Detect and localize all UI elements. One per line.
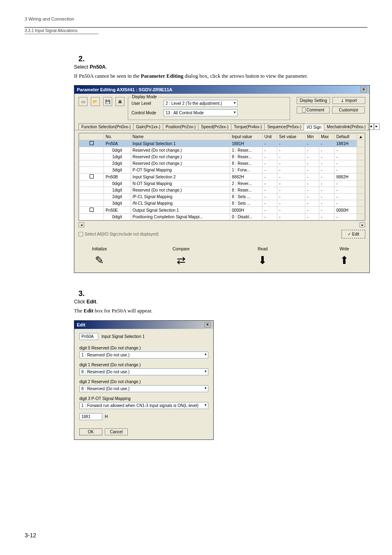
column-header[interactable]: Default <box>334 134 357 140</box>
table-row[interactable]: 0digitN-OT Signal Mapping2 : Rever...---… <box>79 180 365 187</box>
tabs: Function Selection(Pn0xx-)Gain(Pn1xx-)Po… <box>74 122 369 130</box>
tab-functionselectionpn0xx[interactable]: Function Selection(Pn0xx-) <box>78 123 134 130</box>
cell: - <box>263 147 277 154</box>
cell: Positioning Completion Signal Mappi... <box>131 214 230 220</box>
tab-speedpn3xx[interactable]: Speed(Pn3xx-) <box>198 123 231 130</box>
cell: 1digit <box>104 154 131 160</box>
cell: Pn50B <box>104 173 131 180</box>
tab-iosign[interactable]: I/O Sign <box>304 124 324 130</box>
digit-dropdown[interactable]: 1 : Forward run allowed when CN1-3 input… <box>79 402 208 409</box>
open-icon[interactable]: 📂 <box>91 97 100 106</box>
row-checkbox[interactable] <box>90 174 94 178</box>
table-row[interactable]: Pn50BInput Signal Selection 28882H----88… <box>79 173 365 180</box>
user-level-dropdown[interactable]: 2 : Level 2 (To the adjustment.) <box>164 100 238 107</box>
cell: - <box>277 194 305 200</box>
scroll-right-icon[interactable]: ▸ <box>360 222 365 227</box>
cell: - <box>263 187 277 194</box>
cell: - <box>305 160 319 167</box>
close-icon[interactable]: × <box>204 322 211 328</box>
table-row[interactable]: 3digitP-OT Signal Mapping1 : Forw...----… <box>79 167 365 173</box>
hex-value-field: 1881 <box>79 413 102 420</box>
cell: - <box>334 154 357 160</box>
table-row[interactable]: Pn50EOutput Signal Selection 10000H----0… <box>79 207 365 214</box>
cell: 1 : Forw... <box>230 167 263 173</box>
write-button[interactable]: ⬆ <box>336 254 353 267</box>
tab-scroll-right-icon[interactable]: ▸ <box>374 123 380 130</box>
cell: - <box>305 200 319 207</box>
table-row[interactable]: 2digitReserved (Do not change.)8 : Reser… <box>79 160 365 167</box>
cell: - <box>334 194 357 200</box>
column-header[interactable]: Min <box>305 134 319 140</box>
table-row[interactable]: 1digitReserved (Do not change.)8 : Reser… <box>79 154 365 160</box>
step-desc: The Edit box for Pn50A will appear. <box>74 307 353 314</box>
tab-torquepn4xx[interactable]: Torque(Pn4xx-) <box>231 123 265 130</box>
step-desc: If Pn50A cannot be seen in the Parameter… <box>74 72 353 80</box>
tab-gainpn1xx[interactable]: Gain(Pn1xx-) <box>133 123 163 130</box>
close-icon[interactable]: × <box>360 87 367 92</box>
parameter-editing-dialog: Parameter Editing AXIS#41 : SGDV-2R9E11A… <box>74 85 370 273</box>
chapter-heading: 3 Wiring and Connection <box>25 16 367 21</box>
digit-dropdown[interactable]: 8 : Reserved (Do not use.) <box>79 385 208 392</box>
scroll-left-icon[interactable]: ◂ <box>78 222 84 227</box>
select-all-label: Select All(I/O Sign:include not displaye… <box>85 232 159 236</box>
t: Comment <box>307 108 324 112</box>
digit-dropdown[interactable]: 8 : Reserved (Do not use.) <box>79 368 208 375</box>
read-button[interactable]: ⬇ <box>254 254 271 267</box>
cell: - <box>319 167 334 173</box>
column-header[interactable]: Max <box>319 134 334 140</box>
table-row[interactable]: 0digitPositioning Completion Signal Mapp… <box>79 214 365 220</box>
ok-button[interactable]: OK <box>79 428 102 435</box>
tab-positionpn2xx[interactable]: Position(Pn2xx-) <box>163 123 198 130</box>
edit-dialog: Edit × Pn50A Input Signal Selection 1 di… <box>74 320 214 440</box>
column-header[interactable]: Unit <box>263 134 277 140</box>
parameter-grid: No.NameInput valueUnitSet valueMinMaxDef… <box>78 133 365 221</box>
t: Edit <box>83 308 93 314</box>
column-header[interactable]: Name <box>131 134 230 140</box>
cell: - <box>334 180 357 187</box>
cell: 2digit <box>104 194 131 200</box>
table-row[interactable]: 0digitReserved (Do not change.)1 : Reser… <box>79 147 365 154</box>
scroll-up-icon[interactable]: ▲ <box>357 134 365 140</box>
display-setting-button[interactable]: Display Setting <box>297 97 330 104</box>
tab-mechatrolinkpn8xx[interactable]: Mechatrolink(Pn8xx-) <box>324 123 368 130</box>
column-header[interactable]: No. <box>104 134 131 140</box>
initialize-button[interactable]: ✎ <box>91 254 108 267</box>
table-row[interactable]: Pn50AInput Signal Selection 11881H----18… <box>79 140 365 147</box>
table-row[interactable]: 3digit/N-CL Signal Mapping8 : Sets ...--… <box>79 200 365 207</box>
cell: - <box>305 147 319 154</box>
import-icon: ⤓ <box>341 98 344 103</box>
row-checkbox[interactable] <box>90 141 94 145</box>
cell: - <box>319 173 334 180</box>
cell: 8 : Reser... <box>230 154 263 160</box>
table-row[interactable]: 1digitReserved (Do not change.)8 : Reser… <box>79 187 365 194</box>
tab-sequencepn5xx[interactable]: Sequence(Pn5xx-) <box>264 123 304 130</box>
print-icon[interactable]: 🖶 <box>115 97 125 106</box>
digit-dropdown[interactable]: 1 : Reserved (Do not use.) <box>79 352 208 358</box>
edit-button[interactable]: ✓ Edit <box>341 230 365 238</box>
column-header[interactable]: Input value <box>230 134 263 140</box>
t: Edit <box>87 299 97 305</box>
select-all-checkbox[interactable]: Select All(I/O Sign:include not displaye… <box>78 232 159 236</box>
titlebar: Parameter Editing AXIS#41 : SGDV-2R9E11A… <box>74 86 369 94</box>
import-button[interactable]: ⤓ Import <box>332 97 365 104</box>
save-icon[interactable]: 💾 <box>103 97 112 106</box>
cell: 3digit <box>104 200 131 207</box>
row-checkbox[interactable] <box>90 208 94 212</box>
compare-button[interactable]: ⇄ <box>173 254 190 267</box>
cell: 8 : Reser... <box>230 187 263 194</box>
cancel-button[interactable]: Cancel <box>105 428 128 435</box>
cell: 1881H <box>334 140 357 147</box>
new-icon[interactable]: ▭ <box>78 97 88 106</box>
cell: /N-CL Signal Mapping <box>131 200 230 207</box>
table-row[interactable]: 2digit/P-CL Signal Mapping8 : Sets ...--… <box>79 194 365 200</box>
comment-button[interactable]: Comment <box>297 106 330 113</box>
section-heading: 3.3.1 Input Signal Allocations <box>0 28 392 33</box>
param-no-field: Pn50A <box>79 333 98 340</box>
column-header[interactable]: Set value <box>277 134 305 140</box>
customize-button[interactable]: Customize <box>332 106 365 113</box>
cell: 3digit <box>104 167 131 173</box>
control-mode-dropdown[interactable]: 13 : All Control Mode <box>164 109 238 116</box>
tab-scroll-left-icon[interactable]: ◂ <box>368 123 374 130</box>
cell: Pn50A <box>104 140 131 147</box>
cell: - <box>277 147 305 154</box>
